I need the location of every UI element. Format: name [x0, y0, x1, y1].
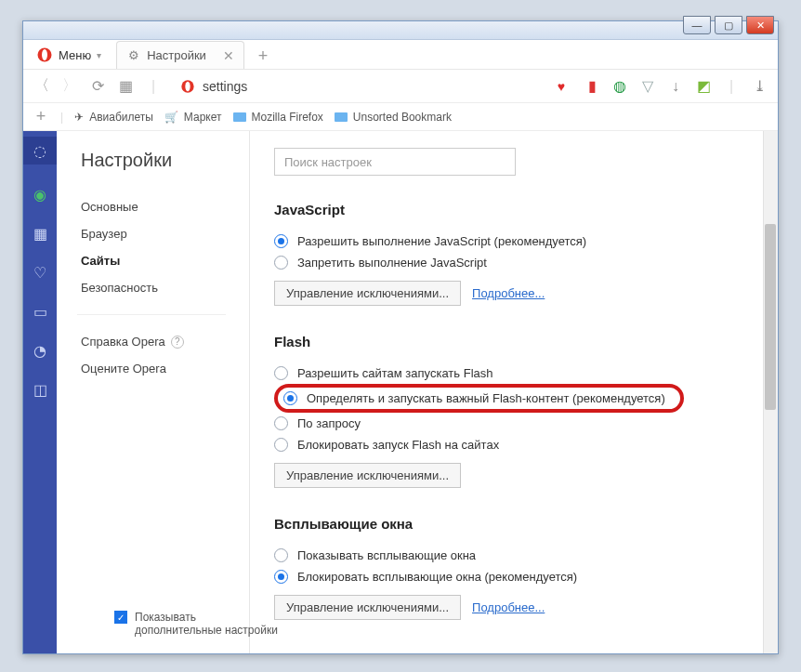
ext-icon-4[interactable]: ◩ — [694, 77, 713, 96]
bookmark-item[interactable]: ✈Авиабилеты — [74, 111, 153, 124]
maximize-button[interactable]: ▢ — [715, 16, 742, 34]
radio-label: Разрешить выполнение JavaScript (рекомен… — [297, 234, 586, 248]
opera-icon — [36, 46, 53, 63]
opera-icon — [180, 79, 195, 94]
rail-favorites[interactable]: ♡ — [31, 263, 49, 282]
rail-history[interactable]: ◔ — [31, 341, 49, 360]
radio-flash-allow[interactable]: Разрешить сайтам запускать Flash — [274, 362, 754, 384]
content: Настройки Основные Браузер Сайты Безопас… — [57, 131, 778, 653]
bookmark-label: Авиабилеты — [89, 111, 153, 124]
forward-button[interactable]: 〉 — [60, 77, 79, 96]
heart-icon[interactable]: ♥ — [558, 79, 565, 94]
svg-point-1 — [42, 49, 47, 60]
sidebar-item-rate[interactable]: Оцените Opera — [81, 355, 249, 382]
section-heading-flash: Flash — [274, 334, 754, 349]
downloads-button[interactable]: ⤓ — [750, 77, 768, 96]
new-tab-button[interactable]: + — [250, 43, 276, 69]
bookmarks-bar: + | ✈Авиабилеты 🛒Маркет Mozilla Firefox … — [23, 103, 778, 131]
divider — [77, 314, 226, 315]
radio-label: Определять и запускать важный Flash-конт… — [307, 391, 665, 405]
rail-extensions[interactable]: ◫ — [31, 380, 49, 399]
radio-icon — [274, 416, 288, 430]
radio-popup-allow[interactable]: Показывать всплывающие окна — [274, 545, 754, 566]
menu-button[interactable]: Меню ▾ — [27, 41, 111, 69]
radio-label: Запретить выполнение JavaScript — [297, 256, 487, 270]
radio-icon — [274, 234, 288, 248]
radio-icon — [274, 548, 288, 562]
popup-exceptions-button[interactable]: Управление исключениями... — [274, 595, 461, 620]
js-more-link[interactable]: Подробнее... — [472, 286, 545, 300]
section-heading-popup: Всплывающие окна — [274, 516, 754, 532]
reload-button[interactable]: ⟳ — [88, 77, 107, 96]
grid-icon: ▦ — [33, 225, 47, 243]
ext-icon-1[interactable]: ▮ — [583, 77, 601, 96]
clock-icon: ◔ — [33, 342, 46, 360]
speed-dial-button[interactable]: ▦ — [116, 77, 135, 96]
radio-label: Показывать всплывающие окна — [297, 548, 476, 562]
folder-icon — [233, 112, 246, 122]
radio-icon — [274, 438, 288, 452]
radio-flash-ondemand[interactable]: По запросу — [274, 413, 754, 434]
download-icon[interactable]: ↓ — [666, 77, 685, 96]
settings-search-input[interactable]: Поиск настроек — [274, 148, 516, 176]
tab-label: Настройки — [147, 48, 206, 62]
svg-point-3 — [185, 81, 190, 91]
bookmark-folder[interactable]: Mozilla Firefox — [233, 111, 323, 124]
rail-news[interactable]: ▭ — [31, 302, 49, 321]
back-button[interactable]: 〈 — [33, 77, 51, 96]
bookmark-label: Unsorted Bookmark — [353, 111, 452, 124]
add-bookmark-button[interactable]: + — [33, 107, 49, 126]
divider: | — [144, 77, 163, 96]
folder-icon — [335, 112, 348, 122]
radio-popup-block[interactable]: Блокировать всплывающие окна (рекомендуе… — [274, 566, 754, 587]
radio-flash-block[interactable]: Блокировать запуск Flash на сайтах — [274, 434, 754, 455]
chevron-down-icon: ▾ — [97, 50, 101, 60]
js-exceptions-button[interactable]: Управление исключениями... — [274, 281, 461, 306]
address-bar: 〈 〉 ⟳ ▦ | settings ♥ ▮ ◍ ▽ ↓ ◩ | ⤓ — [23, 70, 778, 103]
scrollbar[interactable] — [763, 131, 778, 653]
sidebar-item-security[interactable]: Безопасность — [81, 274, 249, 301]
radio-js-block[interactable]: Запретить выполнение JavaScript — [274, 252, 754, 273]
radio-icon — [274, 570, 288, 584]
radio-js-allow[interactable]: Разрешить выполнение JavaScript (рекомен… — [274, 231, 754, 252]
radio-label: По запросу — [297, 416, 361, 430]
section-heading-js: JavaScript — [274, 202, 754, 217]
rail-messenger[interactable]: ◌ — [23, 137, 57, 165]
menu-label: Меню — [59, 48, 91, 62]
highlighted-option: Определять и запускать важный Flash-конт… — [274, 384, 684, 413]
sidebar-item-help[interactable]: Справка Opera? — [81, 328, 249, 355]
ext-icon-2[interactable]: ◍ — [611, 77, 629, 96]
radio-label: Разрешить сайтам запускать Flash — [297, 366, 492, 380]
flash-exceptions-button[interactable]: Управление исключениями... — [274, 463, 461, 488]
sidebar-item-sites[interactable]: Сайты — [81, 247, 249, 274]
window: — ▢ ✕ Меню ▾ ⚙ Настройки ✕ + 〈 〉 ⟳ ▦ | s… — [22, 20, 779, 654]
gear-icon: ⚙ — [128, 48, 139, 62]
scroll-thumb[interactable] — [765, 224, 776, 410]
tab-row: Меню ▾ ⚙ Настройки ✕ + — [23, 40, 778, 70]
radio-label: Блокировать всплывающие окна (рекомендуе… — [297, 570, 577, 584]
popup-more-link[interactable]: Подробнее... — [472, 600, 545, 614]
page-title: Настройки — [81, 150, 249, 171]
messenger-icon: ◌ — [31, 141, 49, 160]
cube-icon: ◫ — [33, 381, 47, 399]
sidebar-item-browser[interactable]: Браузер — [81, 220, 249, 247]
cart-icon: 🛒 — [164, 111, 178, 124]
bookmark-item[interactable]: 🛒Маркет — [164, 111, 222, 124]
tab-settings[interactable]: ⚙ Настройки ✕ — [116, 41, 244, 69]
close-button[interactable]: ✕ — [746, 16, 774, 34]
plane-icon: ✈ — [74, 111, 84, 124]
radio-icon[interactable] — [283, 391, 297, 405]
rail-speeddial[interactable]: ▦ — [31, 224, 49, 243]
sidebar-item-basic[interactable]: Основные — [81, 193, 249, 220]
tab-close-icon[interactable]: ✕ — [223, 48, 234, 63]
sidebar-rail: ◌ ◉ ▦ ♡ ▭ ◔ ◫ — [23, 131, 57, 653]
bookmark-label: Маркет — [184, 111, 222, 124]
checkbox-icon: ✓ — [114, 611, 127, 624]
whatsapp-icon: ◉ — [33, 186, 46, 204]
minimize-button[interactable]: — — [683, 16, 711, 34]
search-placeholder: Поиск настроек — [284, 155, 372, 169]
bookmark-folder[interactable]: Unsorted Bookmark — [335, 111, 452, 124]
rail-whatsapp[interactable]: ◉ — [31, 185, 49, 204]
url-input[interactable]: settings ♥ — [172, 74, 573, 99]
ext-icon-3[interactable]: ▽ — [638, 77, 657, 96]
